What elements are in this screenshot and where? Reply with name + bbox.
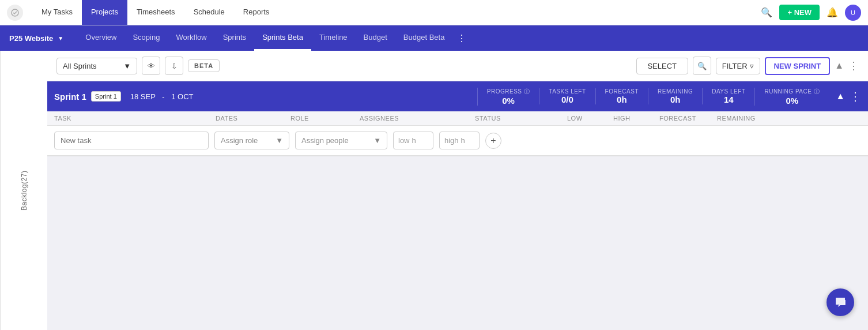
sprint-header-actions: ▲ ⋮ [836, 89, 861, 103]
tab-sprints[interactable]: Sprints [215, 25, 254, 51]
assign-people-dropdown[interactable]: Assign people ▼ [295, 132, 387, 149]
sprint-section: Sprint 1 Sprint 1 18 SEP - 1 OCT PROGRES… [47, 81, 868, 330]
sprint-dates: 18 SEP - 1 OCT [130, 92, 194, 101]
divider [47, 156, 868, 156]
collapse-icon[interactable]: ▲ [835, 61, 844, 71]
column-headers: TASK DATES ROLE ASSIGNEES STATUS LOW HIG… [47, 111, 868, 126]
all-sprints-label: All Sprints [63, 62, 97, 70]
visibility-toggle-button[interactable]: 👁 [142, 57, 160, 75]
col-status: STATUS [475, 115, 567, 122]
filter-label: FILTER [722, 62, 748, 70]
assign-people-label: Assign people [301, 136, 349, 145]
sprint-date-start: 18 SEP [130, 92, 156, 101]
project-name[interactable]: P25 Website [9, 34, 53, 43]
days-left-value: 14 [712, 95, 745, 104]
running-pace-value: 0% [764, 96, 820, 106]
forecast-value: 0h [605, 95, 639, 104]
new-task-input[interactable] [54, 132, 209, 149]
more-options-icon[interactable]: ⋮ [848, 59, 859, 72]
low-suffix: h [412, 136, 416, 145]
project-nav-tabs: Overview Scoping Workflow Sprints Sprint… [77, 25, 452, 51]
notification-icon[interactable]: 🔔 [827, 7, 838, 18]
sprint-stat-days-left: DAYS LEFT 14 [702, 88, 754, 104]
sprint-title-tooltip: Sprint 1 [91, 91, 121, 102]
sprint-header: Sprint 1 Sprint 1 18 SEP - 1 OCT PROGRES… [47, 81, 868, 111]
tasks-left-value: 0/0 [549, 95, 586, 104]
sprint-stat-remaining: REMAINING 0h [648, 88, 702, 104]
new-button[interactable]: + NEW [779, 5, 820, 20]
app-logo [7, 5, 23, 21]
low-placeholder: low [398, 136, 410, 145]
assign-role-dropdown[interactable]: Assign role ▼ [214, 132, 289, 149]
tab-reports[interactable]: Reports [234, 0, 279, 25]
sprint-collapse-icon[interactable]: ▲ [836, 91, 845, 102]
project-nav: P25 Website ▼ Overview Scoping Workflow … [0, 25, 868, 51]
tab-timeline[interactable]: Timeline [311, 25, 356, 51]
col-role: ROLE [290, 115, 360, 122]
sprint-more-icon[interactable]: ⋮ [850, 89, 861, 103]
download-button[interactable]: ⇩ [165, 57, 183, 75]
beta-badge: BETA [188, 59, 220, 72]
new-task-row: Assign role ▼ Assign people ▼ low h high… [47, 126, 868, 156]
tab-budget-beta[interactable]: Budget Beta [395, 25, 453, 51]
sprint-date-end: 1 OCT [171, 92, 193, 101]
remaining-value: 0h [658, 95, 693, 104]
col-dates: DATES [216, 115, 290, 122]
sprint-stat-forecast: FORECAST 0h [595, 88, 648, 104]
sidebar: Backlog(27) [0, 51, 47, 330]
filter-button[interactable]: FILTER ▿ [716, 58, 760, 74]
top-nav-right: 🔍 + NEW 🔔 U [761, 5, 861, 21]
top-nav-tabs: My Tasks Projects Timesheets Schedule Re… [32, 0, 278, 25]
add-row-button[interactable]: + [485, 133, 501, 149]
tab-budget[interactable]: Budget [356, 25, 395, 51]
avatar[interactable]: U [845, 5, 861, 21]
filter-icon: ▿ [750, 62, 754, 70]
col-task: TASK [54, 115, 216, 122]
sprint-stat-running-pace: RUNNING PACE ⓘ 0% [754, 88, 829, 106]
assign-role-label: Assign role [221, 136, 258, 145]
content-area: Backlog(27) All Sprints ▼ 👁 ⇩ BETA SELEC… [0, 51, 868, 330]
new-sprint-button[interactable]: NEW SPRINT [765, 57, 831, 75]
low-hours-input[interactable]: low h [393, 132, 433, 149]
more-icon[interactable]: ⋮ [457, 33, 466, 44]
select-button[interactable]: SELECT [636, 58, 688, 74]
tab-timesheets[interactable]: Timesheets [127, 0, 184, 25]
main-content: All Sprints ▼ 👁 ⇩ BETA SELECT 🔍 FILTER ▿… [47, 51, 868, 330]
chevron-down-icon[interactable]: ▼ [58, 35, 63, 42]
col-high: HIGH [613, 115, 659, 122]
search-icon[interactable]: 🔍 [761, 7, 772, 18]
high-suffix: h [461, 136, 465, 145]
col-remaining: REMAINING [717, 115, 780, 122]
progress-value: 0% [487, 96, 530, 106]
chevron-down-icon: ▼ [276, 136, 283, 145]
tab-sprints-beta[interactable]: Sprints Beta [254, 25, 311, 51]
tab-projects[interactable]: Projects [82, 0, 127, 25]
sprint-title: Sprint 1 [54, 92, 86, 102]
tab-overview[interactable]: Overview [77, 25, 124, 51]
sidebar-backlog-label: Backlog(27) [20, 170, 28, 211]
toolbar: All Sprints ▼ 👁 ⇩ BETA SELECT 🔍 FILTER ▿… [47, 51, 868, 81]
chevron-down-icon: ▼ [123, 62, 131, 70]
tab-my-tasks[interactable]: My Tasks [32, 0, 82, 25]
high-placeholder: high [444, 136, 459, 145]
col-forecast: FORECAST [659, 115, 717, 122]
chevron-down-icon: ▼ [373, 136, 381, 145]
sprint-date-separator: - [162, 92, 164, 101]
high-hours-input[interactable]: high h [439, 132, 480, 149]
col-low: LOW [567, 115, 613, 122]
search-button[interactable]: 🔍 [693, 57, 711, 75]
col-assignees: ASSIGNEES [360, 115, 475, 122]
all-sprints-dropdown[interactable]: All Sprints ▼ [56, 58, 137, 74]
tab-scoping[interactable]: Scoping [124, 25, 168, 51]
sprint-stat-progress: PROGRESS ⓘ 0% [477, 88, 539, 106]
sprint-stat-tasks-left: TASKS LEFT 0/0 [539, 88, 595, 104]
chat-bubble[interactable] [827, 288, 854, 316]
tab-schedule[interactable]: Schedule [184, 0, 234, 25]
top-nav: My Tasks Projects Timesheets Schedule Re… [0, 0, 868, 25]
tab-workflow[interactable]: Workflow [168, 25, 214, 51]
